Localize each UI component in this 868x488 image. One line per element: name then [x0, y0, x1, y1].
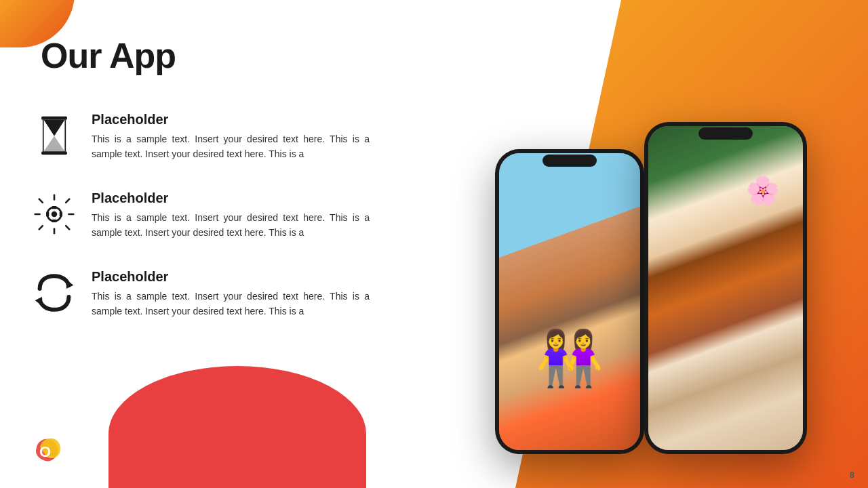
feature-item-2: Placeholder This is a sample text. Inser…: [31, 190, 370, 241]
page-number: 8: [850, 470, 854, 480]
svg-line-11: [39, 226, 43, 229]
phone-left-screen: [499, 153, 640, 450]
photo-woman: [648, 126, 803, 450]
logo: O: [31, 434, 66, 469]
slide: Our App Placeholder This is a sample tex…: [0, 0, 868, 488]
phones-container: [454, 54, 848, 474]
feature-1-desc: This is a sample text. Insert your desir…: [92, 131, 370, 162]
svg-rect-14: [52, 206, 57, 209]
svg-marker-19: [35, 297, 43, 306]
phone-left-notch: [542, 155, 597, 167]
features-list: Placeholder This is a sample text. Inser…: [31, 112, 370, 347]
feature-1-text: Placeholder This is a sample text. Inser…: [92, 112, 370, 162]
svg-line-9: [66, 226, 69, 229]
feature-item-3: Placeholder This is a sample text. Inser…: [31, 269, 370, 319]
bg-blob-bottom-red: [108, 366, 366, 488]
page-title: Our App: [41, 35, 176, 76]
svg-rect-17: [60, 211, 62, 216]
svg-point-13: [52, 211, 58, 217]
feature-2-text: Placeholder This is a sample text. Inser…: [92, 190, 370, 241]
svg-rect-2: [43, 120, 44, 151]
svg-rect-0: [41, 117, 67, 120]
feature-3-title: Placeholder: [92, 269, 370, 285]
feature-2-title: Placeholder: [92, 190, 370, 206]
svg-line-10: [66, 199, 69, 202]
feature-item-1: Placeholder This is a sample text. Inser…: [31, 112, 370, 162]
refresh-icon: [31, 269, 78, 317]
svg-rect-3: [64, 120, 66, 151]
svg-text:O: O: [39, 443, 51, 460]
feature-3-desc: This is a sample text. Insert your desir…: [92, 289, 370, 319]
svg-rect-16: [46, 211, 49, 216]
phone-left: [495, 149, 644, 454]
photo-friends: [499, 153, 640, 450]
lightbulb-gear-icon: [31, 190, 78, 238]
phone-right: [644, 122, 807, 454]
svg-rect-1: [41, 151, 67, 155]
phone-right-notch: [698, 127, 753, 140]
feature-1-title: Placeholder: [92, 112, 370, 127]
phone-right-screen: [648, 126, 803, 450]
svg-line-8: [39, 199, 43, 202]
svg-rect-15: [52, 219, 57, 222]
feature-2-desc: This is a sample text. Insert your desir…: [92, 210, 370, 241]
feature-3-text: Placeholder This is a sample text. Inser…: [92, 269, 370, 319]
hourglass-icon: [31, 112, 78, 159]
svg-marker-18: [66, 279, 73, 289]
